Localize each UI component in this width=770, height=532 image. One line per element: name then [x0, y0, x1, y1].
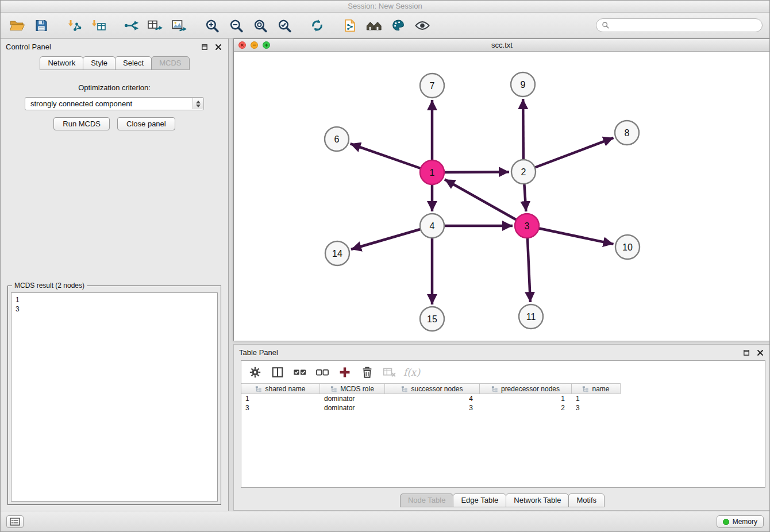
session-title-bar: Session: New Session [1, 1, 769, 13]
table-tab-network-table[interactable]: Network Table [506, 494, 569, 507]
column-chooser-icon[interactable] [270, 364, 285, 380]
first-neighbors-icon[interactable] [362, 14, 386, 36]
export-table-icon[interactable] [143, 14, 167, 36]
graph-node-label-2: 2 [521, 167, 526, 177]
main-toolbar [1, 13, 769, 38]
session-title: Session: New Session [348, 2, 422, 10]
graph-node-label-10: 10 [622, 242, 633, 252]
table-cell-mcds-role: dominator [320, 404, 385, 412]
save-session-icon[interactable] [29, 14, 53, 36]
table-panel-tabs: Node TableEdge TableNetwork TableMotifs [234, 494, 770, 507]
float-table-panel-icon[interactable] [741, 348, 751, 357]
tab-style[interactable]: Style [83, 56, 116, 70]
table-tab-motifs[interactable]: Motifs [568, 494, 605, 507]
table-cell-successor-nodes: 4 [385, 395, 480, 403]
graph-edge-1-6[interactable] [351, 144, 432, 172]
run-mcds-button[interactable]: Run MCDS [53, 117, 110, 130]
control-panel-title: Control Panel [6, 43, 51, 51]
show-style-icon[interactable] [386, 14, 410, 36]
graph-node-label-1: 1 [430, 168, 435, 178]
apply-preferred-layout-icon[interactable] [305, 14, 329, 36]
table-header-row: shared nameMCDS rolesuccessor nodesprede… [241, 383, 621, 394]
tab-select[interactable]: Select [115, 56, 152, 70]
table-panel: Table Panel f(x) shared nameMCDS rolesuc… [233, 344, 770, 511]
function-builder-label: f(x) [403, 367, 420, 378]
close-table-panel-icon[interactable] [755, 348, 765, 357]
add-row-icon[interactable] [337, 364, 352, 380]
column-header-predecessor-nodes[interactable]: predecessor nodes [480, 384, 572, 394]
float-panel-icon[interactable] [199, 42, 209, 52]
mcds-result-title: MCDS result (2 nodes) [12, 282, 87, 290]
column-header-successor-nodes[interactable]: successor nodes [385, 384, 480, 394]
control-panel: Control Panel NetworkStyleSelectMCDS Opt… [1, 38, 229, 511]
close-panel-icon[interactable] [213, 42, 223, 52]
table-cell-predecessor-nodes: 2 [480, 404, 572, 412]
close-panel-button[interactable]: Close panel [117, 117, 175, 130]
show-hide-icon[interactable] [410, 14, 434, 36]
graph-node-label-9: 9 [521, 80, 526, 90]
zoom-in-icon[interactable] [200, 14, 224, 36]
toolbar-separator [53, 17, 62, 33]
deselect-all-rows-icon[interactable] [314, 364, 330, 380]
delete-table-icon [382, 364, 397, 380]
search-input[interactable] [613, 21, 757, 30]
open-file-icon[interactable] [5, 14, 29, 36]
import-network-from-file-icon[interactable] [62, 14, 86, 36]
network-graph: 7968124314101511 [234, 52, 770, 341]
tab-mcds[interactable]: MCDS [151, 56, 189, 70]
column-header-shared-name[interactable]: shared name [241, 384, 320, 394]
mcds-result-line: 3 [16, 304, 213, 314]
import-table-from-file-icon[interactable] [86, 14, 110, 36]
minimize-window-icon[interactable] [251, 41, 258, 49]
tab-network[interactable]: Network [40, 56, 83, 70]
criterion-dropdown[interactable]: strongly connected component [25, 97, 204, 110]
status-bar: Memory [1, 511, 769, 531]
export-image-icon[interactable] [167, 14, 191, 36]
table-cell-name: 1 [572, 395, 621, 403]
close-window-icon[interactable] [238, 41, 246, 49]
graph-node-label-14: 14 [332, 249, 342, 259]
toolbar-separator [191, 17, 200, 33]
table-cell-shared-name: 1 [241, 395, 320, 403]
table-tab-edge-table[interactable]: Edge Table [453, 494, 506, 507]
mcds-result-list[interactable]: 13 [11, 292, 218, 502]
zoom-window-icon[interactable] [263, 41, 270, 49]
graph-node-label-8: 8 [625, 128, 630, 138]
select-all-rows-icon[interactable] [292, 364, 307, 380]
graph-edge-3-10[interactable] [527, 226, 614, 244]
table-cell-shared-name: 3 [241, 404, 320, 412]
graph-node-label-6: 6 [334, 134, 340, 144]
zoom-fit-content-icon[interactable] [248, 14, 272, 36]
toolbar-separator [329, 17, 338, 33]
table-settings-gear-icon[interactable] [247, 364, 263, 380]
graph-edge-2-8[interactable] [523, 138, 614, 172]
export-network-icon[interactable] [119, 14, 143, 36]
column-label: MCDS role [340, 385, 374, 393]
search-box[interactable] [596, 18, 763, 32]
duplicate-network-icon[interactable] [338, 14, 362, 36]
window-controls [234, 41, 270, 49]
column-header-name[interactable]: name [572, 384, 621, 394]
memory-status-icon [723, 519, 729, 525]
graph-edge-3-1[interactable] [445, 179, 527, 226]
search-icon [602, 21, 610, 29]
delete-row-icon[interactable] [359, 364, 375, 380]
show-panel-chooser-button[interactable] [6, 515, 24, 528]
table-tab-node-table[interactable]: Node Table [400, 494, 454, 507]
sort-icon [582, 385, 589, 392]
column-header-mcds-role[interactable]: MCDS role [320, 384, 385, 394]
sort-icon [401, 385, 408, 392]
zoom-selected-region-icon[interactable] [272, 14, 297, 36]
table-row[interactable]: 1dominator411 [241, 394, 765, 403]
network-canvas[interactable]: 7968124314101511 [234, 52, 770, 341]
memory-button[interactable]: Memory [717, 515, 764, 528]
toolbar-icon-group [5, 14, 434, 36]
criterion-dropdown-value: strongly connected component [30, 99, 132, 108]
table-panel-title: Table Panel [239, 348, 278, 357]
table-cell-name: 3 [572, 404, 621, 412]
table-rows: 1dominator4113dominator323 [241, 394, 765, 413]
table-row[interactable]: 3dominator323 [241, 403, 765, 413]
panel-list-icon [10, 518, 20, 526]
zoom-out-icon[interactable] [224, 14, 248, 36]
column-label: predecessor nodes [501, 385, 560, 393]
